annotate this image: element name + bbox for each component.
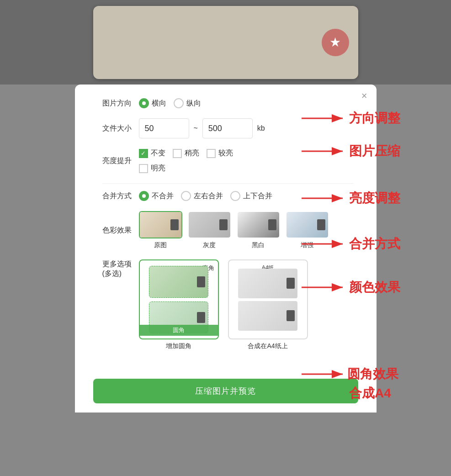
color-effects-group: 原图 灰度 bbox=[139, 211, 329, 249]
effect-enhance[interactable]: 增强 bbox=[286, 211, 329, 249]
radio-tb[interactable] bbox=[230, 191, 240, 201]
brightness-label: 亮度提升 bbox=[102, 156, 139, 166]
merge-label: 合并方式 bbox=[102, 191, 139, 201]
checkbox-brighter[interactable] bbox=[207, 149, 216, 158]
modal-dialog: × 图片方向 横向 纵向 文件大小 bbox=[75, 85, 377, 413]
more-options-group: 直角 圆角 增加圆角 bbox=[139, 259, 308, 350]
filesize-label: 文件大小 bbox=[102, 124, 139, 133]
orientation-landscape-label: 横向 bbox=[152, 99, 166, 108]
thumb-original-inner bbox=[140, 212, 181, 238]
rounded-bottom-label: 圆角 bbox=[140, 325, 218, 336]
id-card-preview: ★ bbox=[93, 6, 358, 79]
effect-gray-thumb[interactable] bbox=[188, 211, 231, 238]
effect-enhance-label: 增强 bbox=[301, 241, 313, 249]
silhouette-a4-2 bbox=[287, 310, 295, 321]
mini-id-top bbox=[149, 266, 208, 298]
filesize-row: 文件大小 ~ kb bbox=[102, 118, 354, 138]
thumb-enhance-inner bbox=[287, 212, 328, 238]
filesize-min-input[interactable] bbox=[139, 118, 189, 138]
orientation-landscape[interactable]: 横向 bbox=[139, 98, 166, 108]
brightness-slightly-label: 稍亮 bbox=[185, 148, 199, 158]
silhouette-a4-1 bbox=[287, 278, 295, 289]
silhouette-mini-top bbox=[197, 276, 205, 287]
merge-lr-label: 左右合并 bbox=[194, 191, 223, 201]
brightness-row1: 不变 稍亮 较亮 bbox=[139, 148, 233, 158]
effect-original-thumb[interactable] bbox=[139, 211, 182, 238]
brightness-unchanged-label: 不变 bbox=[151, 148, 165, 158]
orientation-row: 图片方向 横向 纵向 bbox=[102, 98, 354, 108]
brightness-slightly[interactable]: 稍亮 bbox=[173, 148, 199, 158]
merge-tb[interactable]: 上下合并 bbox=[230, 191, 272, 201]
brightness-bright[interactable]: 明亮 bbox=[139, 164, 165, 173]
filesize-unit: kb bbox=[257, 124, 265, 132]
rounded-col: 直角 圆角 增加圆角 bbox=[139, 259, 219, 350]
checkbox-slightly[interactable] bbox=[173, 149, 182, 158]
radio-nomerge[interactable] bbox=[139, 191, 149, 201]
effect-bw-thumb[interactable] bbox=[237, 211, 280, 238]
silhouette-original bbox=[170, 219, 179, 230]
filesize-max-input[interactable] bbox=[202, 118, 253, 138]
more-options-row: 更多选项(多选) 直角 bbox=[102, 259, 354, 350]
close-button[interactable]: × bbox=[361, 91, 367, 101]
merge-options: 不合并 左右合并 上下合并 bbox=[139, 191, 272, 201]
orientation-options: 横向 纵向 bbox=[139, 98, 201, 108]
top-image: ★ bbox=[0, 0, 451, 85]
modal-body: 图片方向 横向 纵向 文件大小 ~ bbox=[75, 85, 377, 370]
merge-tb-label: 上下合并 bbox=[243, 191, 272, 201]
submit-button[interactable]: 压缩图片并预览 bbox=[93, 379, 358, 403]
merge-none-label: 不合并 bbox=[152, 191, 174, 201]
a4-inner bbox=[229, 260, 307, 338]
a4-option-label: 合成在A4纸上 bbox=[248, 342, 287, 350]
filesize-inputs: ~ kb bbox=[139, 118, 265, 138]
more-options-label: 更多选项(多选) bbox=[102, 259, 139, 279]
merge-none[interactable]: 不合并 bbox=[139, 191, 174, 201]
brightness-brighter[interactable]: 较亮 bbox=[207, 148, 233, 158]
effect-bw[interactable]: 黑白 bbox=[237, 211, 280, 249]
divider1 bbox=[102, 183, 354, 184]
option-rounded[interactable]: 直角 圆角 bbox=[139, 259, 219, 339]
silhouette-enhance bbox=[317, 219, 325, 230]
effect-enhance-thumb[interactable] bbox=[286, 211, 329, 238]
a4-mini-card2 bbox=[238, 301, 297, 331]
brightness-unchanged[interactable]: 不变 bbox=[139, 148, 165, 158]
orientation-label: 图片方向 bbox=[102, 99, 139, 108]
orientation-portrait[interactable]: 纵向 bbox=[174, 98, 201, 108]
orientation-portrait-label: 纵向 bbox=[186, 99, 201, 108]
brightness-row2: 明亮 bbox=[139, 164, 233, 173]
merge-lr[interactable]: 左右合并 bbox=[181, 191, 223, 201]
effect-original[interactable]: 原图 bbox=[139, 211, 182, 249]
checkbox-bright[interactable] bbox=[139, 164, 148, 173]
color-label: 色彩效果 bbox=[102, 226, 139, 235]
rounded-option-label: 增加圆角 bbox=[166, 342, 191, 350]
merge-row: 合并方式 不合并 左右合并 上下合并 bbox=[102, 191, 354, 201]
effect-bw-label: 黑白 bbox=[252, 241, 265, 249]
a4-col: A4纸 合成在A4纸上 bbox=[228, 259, 308, 350]
brightness-brighter-label: 较亮 bbox=[218, 148, 233, 158]
radio-portrait-circle[interactable] bbox=[174, 98, 184, 108]
filesize-sep: ~ bbox=[194, 124, 198, 132]
radio-lr[interactable] bbox=[181, 191, 191, 201]
silhouette-bw bbox=[268, 219, 276, 230]
checkbox-unchanged[interactable] bbox=[139, 149, 148, 158]
brightness-bright-label: 明亮 bbox=[151, 164, 165, 173]
brightness-options: 不变 稍亮 较亮 明亮 bbox=[139, 148, 233, 173]
page-wrapper: ★ × 图片方向 横向 纵向 bbox=[0, 0, 451, 476]
thumb-bw-inner bbox=[238, 212, 279, 238]
effect-gray-label: 灰度 bbox=[203, 241, 216, 249]
emblem: ★ bbox=[322, 29, 349, 56]
effect-original-label: 原图 bbox=[154, 241, 167, 249]
silhouette-mini-bottom bbox=[197, 312, 205, 323]
radio-landscape-circle[interactable] bbox=[139, 98, 149, 108]
color-row: 色彩效果 原图 bbox=[102, 211, 354, 249]
silhouette-gray bbox=[219, 219, 228, 230]
option-a4[interactable]: A4纸 bbox=[228, 259, 308, 339]
effect-gray[interactable]: 灰度 bbox=[188, 211, 231, 249]
a4-mini-card1 bbox=[238, 269, 297, 298]
brightness-row: 亮度提升 不变 稍亮 较亮 bbox=[102, 148, 354, 173]
thumb-gray-inner bbox=[189, 212, 230, 238]
